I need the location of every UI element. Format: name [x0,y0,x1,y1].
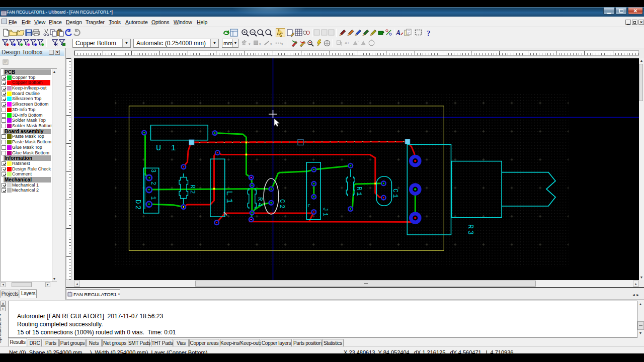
svg-text:R2: R2 [189,185,196,196]
svg-text:J1: J1 [321,207,329,218]
svg-text:U1: U1 [156,143,185,153]
svg-text:A: A [395,29,400,37]
svg-text:?: ? [427,29,431,37]
svg-text:1: 1 [149,196,156,200]
svg-text:3: 3 [149,169,156,172]
svg-text:R1: R1 [355,187,363,198]
svg-text:R3: R3 [466,224,474,236]
svg-text:C2: C2 [278,199,286,210]
svg-text:2: 2 [149,182,156,185]
svg-text:C1: C1 [391,189,399,200]
svg-text:L1: L1 [224,191,234,206]
svg-text:D2: D2 [134,200,142,211]
svg-text:R4: R4 [256,197,264,208]
svg-text:A+: A+ [345,41,350,45]
